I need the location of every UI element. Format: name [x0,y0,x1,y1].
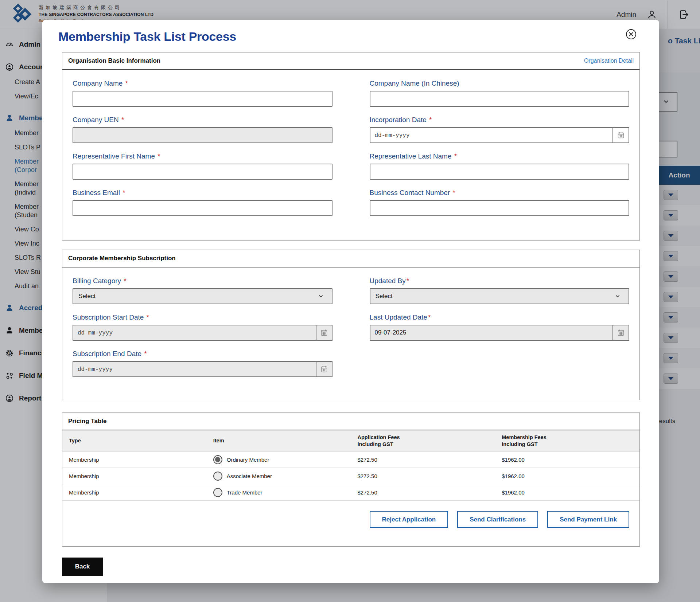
send-clarifications-button[interactable]: Send Clarifications [457,511,538,528]
corporate-membership-subscription-section: Corporate Membership Subscription Billin… [62,250,640,400]
last-updated-date-input [370,325,613,341]
send-payment-link-button[interactable]: Send Payment Link [547,511,629,528]
subscription-start-date-input [73,325,316,341]
section-title: Organisation Basic Information [68,57,160,64]
application-fee-value: $272.50 [351,489,495,496]
calendar-icon[interactable] [612,127,629,143]
billing-category-select[interactable]: Select [73,288,332,304]
column-header-item: Item [207,437,351,444]
row-item-label: Ordinary Member [227,457,269,463]
membership-fee-value: $1962.00 [495,489,639,496]
section-title: Corporate Membership Subscription [68,255,176,262]
company-uen-input [73,127,332,143]
company-name-chinese-input[interactable] [370,91,630,107]
incorporation-date-input[interactable] [370,127,613,143]
calendar-icon[interactable] [612,325,629,341]
company-uen-label: Company UEN * [73,116,332,124]
back-button[interactable]: Back [62,558,103,576]
billing-category-label: Billing Category * [73,277,332,285]
company-name-label: Company Name * [73,79,332,87]
company-name-input[interactable] [73,91,332,107]
company-name-chinese-label: Company Name (In Chinese) [370,79,630,87]
representative-last-name-label: Representative Last Name * [370,152,630,160]
pricing-table-section: Pricing Table Type Item Application Fees… [62,413,640,547]
representative-last-name-input[interactable] [370,164,630,180]
last-updated-date-label: Last Updated Date* [370,313,630,321]
subscription-end-date-input [73,361,316,377]
section-title: Pricing Table [68,418,107,425]
chevron-down-icon [318,293,327,299]
membership-task-list-modal: Membership Task List Process Organisatio… [42,20,659,583]
row-type: Membership [62,473,207,479]
row-item-label: Associate Member [227,473,272,479]
pricing-table-header: Type Item Application FeesIncluding GST … [62,430,639,451]
membership-fee-value: $1962.00 [495,457,639,463]
pricing-table: Type Item Application FeesIncluding GST … [62,430,639,501]
close-button[interactable] [625,28,637,40]
ordinary-member-radio[interactable] [213,455,222,464]
application-fee-value: $272.50 [351,457,495,463]
associate-member-radio[interactable] [213,472,222,481]
pricing-row-ordinary: Membership Ordinary Member $272.50 $1962… [62,451,639,468]
business-email-input[interactable] [73,200,332,216]
membership-fee-value: $1962.00 [495,473,639,479]
column-header-membership-fees: Membership FeesIncluding GST [495,434,639,448]
subscription-end-date-label: Subscription End Date * [73,350,332,358]
trade-member-radio[interactable] [213,488,222,497]
screen: 新加坡建築商公會有限公司 THE SINGAPORE CONTRACTORS A… [0,0,700,602]
pricing-row-trade: Membership Trade Member $272.50 $1962.00 [62,484,639,501]
chevron-down-icon [615,293,623,299]
reject-application-button[interactable]: Reject Application [370,511,448,528]
business-contact-number-label: Business Contact Number * [370,189,630,197]
business-contact-number-input[interactable] [370,200,630,216]
calendar-icon[interactable] [316,325,332,341]
representative-first-name-label: Representative First Name * [73,152,332,160]
incorporation-date-label: Incorporation Date * [370,116,630,124]
calendar-icon[interactable] [316,361,332,377]
row-type: Membership [62,457,207,463]
pricing-row-associate: Membership Associate Member $272.50 $196… [62,468,639,484]
updated-by-label: Updated By* [370,277,630,285]
column-header-application-fees: Application FeesIncluding GST [351,434,495,448]
modal-title: Membership Task List Process [58,30,236,44]
column-header-type: Type [62,437,207,444]
row-item-label: Trade Member [227,489,262,496]
subscription-start-date-label: Subscription Start Date * [73,313,332,321]
application-fee-value: $272.50 [351,473,495,479]
business-email-label: Business Email * [73,189,332,197]
row-type: Membership [62,489,207,496]
representative-first-name-input[interactable] [73,164,332,180]
organisation-basic-information-section: Organisation Basic Information Organisat… [62,52,640,241]
organisation-detail-link[interactable]: Organisation Detail [584,58,634,64]
updated-by-select[interactable]: Select [370,288,630,304]
